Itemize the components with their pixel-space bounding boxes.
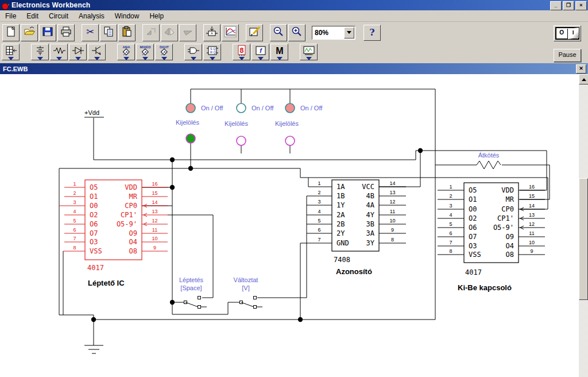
minimize-button[interactable]: _ <box>550 1 562 10</box>
parts-controls-button[interactable]: f <box>252 44 269 60</box>
props-icon <box>248 26 261 39</box>
pause-button[interactable]: Pause <box>554 49 581 62</box>
pin-label: GND <box>336 239 349 247</box>
document-close-icon[interactable]: ✕ <box>576 64 586 74</box>
zoom-level-select[interactable]: 80% <box>312 26 355 40</box>
switch-lever[interactable] <box>241 302 254 307</box>
svg-text:M: M <box>276 46 283 56</box>
power-switch[interactable]: O I <box>554 25 581 41</box>
pin-label: O6 <box>90 220 98 228</box>
ic-4017-1[interactable]: 1O52O13O04O25O66O77O38VSS16VDD15MR14CP01… <box>59 180 168 287</box>
pin-label: 3A <box>366 229 375 237</box>
pin-number: 10 <box>389 218 395 224</box>
lamp-bulb[interactable] <box>285 136 295 145</box>
pin-label: O3 <box>90 238 98 246</box>
mixed-ics-icon: MIXED <box>139 45 152 58</box>
chevron-down-icon <box>94 57 100 60</box>
menu-window[interactable]: Window <box>110 11 145 21</box>
switch-lever[interactable] <box>185 302 198 307</box>
zoom-in-button[interactable] <box>288 24 305 41</box>
component-properties-button[interactable] <box>246 24 263 41</box>
ic-7408-2[interactable]: 11A21B31Y42A52B62Y7GND14VCC134B124A114Y1… <box>300 180 406 276</box>
parts-miscellaneous-button[interactable]: M <box>270 44 288 60</box>
vertical-scrollbar[interactable] <box>579 74 588 377</box>
display-graphs-button[interactable] <box>222 24 239 41</box>
ic-caption: Azonosító <box>336 267 372 276</box>
switches[interactable] <box>184 297 263 309</box>
menu-edit[interactable]: Edit <box>21 11 44 21</box>
zoomin-icon <box>291 26 303 39</box>
parts-transistors-button[interactable] <box>88 44 106 60</box>
paste-button[interactable] <box>118 24 136 41</box>
ic-part-number: 7408 <box>334 256 350 264</box>
pin-number: 12 <box>529 221 535 227</box>
pin-number: 16 <box>529 184 535 190</box>
lamp-select-3[interactable]: Kijelölés <box>275 120 299 145</box>
lamp-bulb[interactable] <box>186 103 195 113</box>
lamp-onoff-3[interactable]: On / Off <box>285 103 323 113</box>
switch-contact <box>254 306 257 309</box>
pin-label: CP1' <box>121 211 137 219</box>
parts-basic-button[interactable] <box>50 44 68 60</box>
lamp-bulb[interactable] <box>237 136 246 145</box>
cut-button[interactable]: ✂ <box>82 24 99 41</box>
parts-favorites-button[interactable] <box>2 44 20 60</box>
lamp-bulb[interactable] <box>186 134 195 143</box>
pin-number: 16 <box>152 181 157 187</box>
copy-button[interactable] <box>100 24 117 41</box>
pin-label: 1B <box>336 192 345 200</box>
scrollbar-thumb[interactable] <box>579 178 588 300</box>
switch-label: Változtat <box>234 276 258 283</box>
chevron-down-icon <box>8 57 14 60</box>
save-button[interactable] <box>39 24 56 41</box>
svg-text:MIXED: MIXED <box>140 45 151 49</box>
lamp-bulb[interactable] <box>285 103 295 113</box>
switch-contact <box>254 297 257 299</box>
parts-diodes-button[interactable] <box>69 44 87 60</box>
help-button[interactable]: ? <box>363 25 381 41</box>
parts-indicators-button[interactable]: 8 <box>233 44 250 60</box>
open-button[interactable] <box>21 24 38 41</box>
restore-button[interactable]: ❐ <box>563 1 574 10</box>
pin-number: 14 <box>529 203 535 209</box>
parts-instruments-button[interactable] <box>300 44 318 60</box>
parts-mixed-ics-button[interactable]: MIXED <box>136 44 154 60</box>
onoff-label: On / Off <box>252 105 274 111</box>
pin-label: O5 <box>90 183 98 191</box>
parts-analog-ics-button[interactable]: ANA <box>117 44 135 60</box>
lamp-onoff-2[interactable]: On / Off <box>237 103 274 113</box>
parts-digital-ics-button[interactable]: DIGIT <box>155 44 173 60</box>
close-button[interactable]: × <box>575 1 587 10</box>
lamp-bulb[interactable] <box>237 103 246 113</box>
chevron-down-icon[interactable] <box>344 27 354 39</box>
ic-4017-3[interactable]: 1O52O13O04O25O66O77O38VSS16VDD15MR14CP01… <box>438 183 545 292</box>
parts-logic-gates-button[interactable] <box>184 44 202 60</box>
save-icon <box>41 26 54 39</box>
chevron-down-icon <box>239 57 245 60</box>
scroll-up-icon[interactable] <box>579 74 588 84</box>
svg-text:R Q: R Q <box>210 51 216 54</box>
pin-number: 10 <box>152 236 157 241</box>
new-button[interactable] <box>2 24 20 41</box>
print-button[interactable] <box>57 24 75 41</box>
parts-sources-button[interactable] <box>31 44 49 60</box>
pin-label: VSS <box>90 247 102 255</box>
main-toolbar: ✂A80%? <box>0 21 588 44</box>
menu-circuit[interactable]: Circuit <box>44 11 74 21</box>
lamp-onoff-1[interactable]: On / Off <box>186 103 223 113</box>
pin-label: O0 <box>90 202 98 210</box>
menu-help[interactable]: Help <box>144 11 169 21</box>
zoom-to-fit-button[interactable]: A <box>203 24 220 41</box>
lamp-select-2[interactable]: Kijelölés <box>225 120 248 145</box>
menu-analysis[interactable]: Analysis <box>74 11 110 21</box>
menu-file[interactable]: File <box>0 11 21 21</box>
open-icon <box>23 26 36 39</box>
chevron-down-icon <box>75 57 81 60</box>
pin-number: 7 <box>449 240 452 245</box>
zoomfit-icon: A <box>206 26 218 39</box>
lamp-select-1[interactable]: Kijelölés <box>176 119 199 143</box>
pin-label: O1 <box>90 193 98 201</box>
parts-digital-button[interactable]: S QR Q <box>203 44 221 60</box>
pin-number: 6 <box>318 227 320 233</box>
zoom-out-button[interactable] <box>270 24 287 41</box>
